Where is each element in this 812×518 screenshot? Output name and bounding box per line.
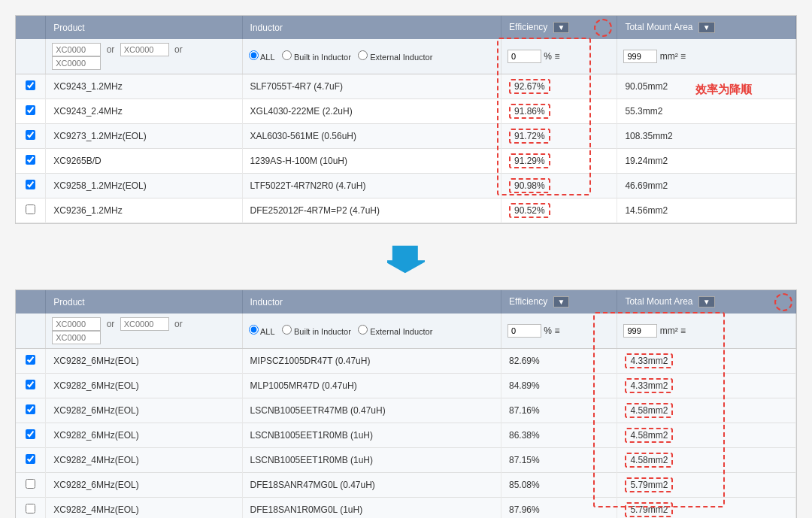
radio-builtin-label-1[interactable]: Built in Inductor	[282, 53, 351, 62]
filter-checkbox-col-2	[16, 314, 46, 349]
th-product-2: Product	[46, 290, 242, 314]
filter-efficiency-input-2[interactable]	[508, 324, 541, 338]
row-checkbox-cell[interactable]	[16, 498, 46, 519]
radio-all-label-1[interactable]: ALL	[249, 53, 275, 62]
radio-all-label-2[interactable]: ALL	[249, 327, 275, 336]
row-checkbox[interactable]	[26, 130, 35, 140]
row-product-cell: XC9243_2.4MHz	[46, 99, 242, 124]
table-2: Product Inductor Efficiency ▼ Total Moun…	[16, 290, 796, 518]
row-product-cell: XC9273_1.2MHz(EOL)	[46, 124, 242, 149]
th-checkbox-2	[16, 290, 46, 314]
efficiency-filter-icon-1[interactable]: ≡	[554, 51, 559, 62]
mount-filter-icon-1[interactable]: ≡	[680, 51, 686, 62]
row-checkbox[interactable]	[26, 180, 35, 189]
filter-mount-input-1[interactable]	[623, 50, 657, 63]
mount-value: 4.58mm2	[625, 428, 673, 443]
row-checkbox[interactable]	[26, 204, 35, 214]
mount-value: 4.58mm2	[625, 453, 673, 468]
row-efficiency-cell: 92.67%	[501, 74, 617, 99]
row-checkbox-cell[interactable]	[16, 149, 46, 174]
table-row: XC9273_1.2MHz(EOL) XAL6030-561ME (0.56uH…	[16, 124, 796, 149]
table-1: Product Inductor Efficiency ▼ Total	[16, 16, 796, 223]
row-inductor-cell: DFE18SAN1R0MG0L (1uH)	[242, 498, 501, 519]
row-efficiency-cell: 91.72%	[501, 124, 617, 149]
radio-builtin-label-2[interactable]: Built in Inductor	[282, 327, 351, 336]
row-checkbox[interactable]	[26, 404, 35, 414]
row-checkbox-cell[interactable]	[16, 398, 46, 423]
table-row: XC9282_6MHz(EOL) LSCNB1005EETR47MB (0.47…	[16, 398, 796, 423]
row-mount-cell: 4.58mm2	[617, 398, 796, 423]
row-product-cell: XC9282_6MHz(EOL)	[46, 374, 242, 398]
row-checkbox[interactable]	[26, 380, 35, 389]
table-row: XC9236_1.2MHz DFE252012F-4R7M=P2 (4.7uH)…	[16, 198, 796, 223]
row-checkbox-cell[interactable]	[16, 349, 46, 374]
row-efficiency-cell: 82.69%	[501, 349, 617, 374]
radio-builtin-2[interactable]	[282, 325, 292, 335]
row-checkbox-cell[interactable]	[16, 174, 46, 198]
filter-product-input-2c[interactable]	[52, 331, 101, 344]
filter-efficiency-col-2: % ≡	[501, 314, 617, 349]
row-product-cell: XC9282_6MHz(EOL)	[46, 423, 242, 448]
efficiency-unit-2: %	[544, 326, 554, 336]
th-inductor-1-label: Inductor	[250, 23, 283, 33]
or-label-2b: or	[174, 319, 183, 329]
filter-product-input-2b[interactable]	[120, 317, 169, 331]
mount-value: 4.33mm2	[625, 378, 673, 393]
efficiency-value: 92.67%	[509, 79, 550, 94]
efficiency-sort-icon-1[interactable]: ▼	[553, 22, 570, 33]
row-checkbox[interactable]	[26, 429, 35, 439]
table-row: XC9282_6MHz(EOL) DFE18SANR47MG0L (0.47uH…	[16, 473, 796, 498]
mount-sort-icon-1[interactable]: ▼	[698, 22, 715, 33]
filter-efficiency-input-1[interactable]	[508, 50, 541, 63]
row-checkbox[interactable]	[26, 105, 35, 115]
row-checkbox-cell[interactable]	[16, 473, 46, 498]
row-inductor-cell: DFE18SANR47MG0L (0.47uH)	[242, 473, 501, 498]
row-mount-cell: 46.69mm2	[617, 174, 796, 198]
row-checkbox-cell[interactable]	[16, 374, 46, 398]
efficiency-value: 90.98%	[509, 178, 550, 193]
filter-product-input-1c[interactable]	[52, 56, 101, 70]
mount-sort-icon-2[interactable]: ▼	[698, 296, 715, 307]
table1-header-row: Product Inductor Efficiency ▼ Total	[16, 16, 796, 39]
filter-product-input-1a[interactable]	[52, 43, 101, 56]
radio-external-2[interactable]	[358, 325, 368, 335]
row-mount-cell: 55.3mm2	[617, 99, 796, 124]
row-checkbox[interactable]	[26, 504, 35, 513]
row-checkbox[interactable]	[26, 355, 35, 365]
filter-product-col-1: or or	[46, 39, 242, 74]
filter-mount-input-2[interactable]	[623, 324, 657, 338]
mount-filter-icon-2[interactable]: ≡	[680, 326, 686, 336]
row-checkbox-cell[interactable]	[16, 423, 46, 448]
row-checkbox-cell[interactable]	[16, 448, 46, 473]
or-label-2a: or	[107, 319, 115, 329]
row-checkbox[interactable]	[26, 80, 35, 90]
row-checkbox-cell[interactable]	[16, 74, 46, 99]
row-inductor-cell: DFE252012F-4R7M=P2 (4.7uH)	[242, 198, 501, 223]
efficiency-filter-icon-2[interactable]: ≡	[554, 326, 559, 336]
row-checkbox[interactable]	[26, 479, 35, 489]
row-checkbox-cell[interactable]	[16, 124, 46, 149]
filter-checkbox-col-1	[16, 39, 46, 74]
filter-product-input-2a[interactable]	[52, 317, 101, 331]
row-checkbox[interactable]	[26, 155, 35, 165]
table-row: XC9282_4MHz(EOL) DFE18SAN1R0MG0L (1uH) 8…	[16, 498, 796, 519]
efficiency-value: 91.29%	[509, 153, 550, 168]
efficiency-value: 91.86%	[509, 104, 550, 119]
table-row: XC9265B/D 1239AS-H-100M (10uH) 91.29% 19…	[16, 149, 796, 174]
row-checkbox[interactable]	[26, 454, 35, 464]
row-efficiency-cell: 87.15%	[501, 448, 617, 473]
filter-product-input-1b[interactable]	[120, 43, 169, 56]
radio-external-1[interactable]	[358, 50, 368, 60]
radio-all-2[interactable]	[249, 325, 259, 335]
radio-all-1[interactable]	[249, 50, 259, 60]
th-efficiency-2-label: Efficiency	[509, 296, 547, 307]
efficiency-sort-icon-2[interactable]: ▼	[553, 296, 570, 307]
radio-builtin-1[interactable]	[282, 50, 292, 60]
row-checkbox-cell[interactable]	[16, 99, 46, 124]
arrow-container	[15, 232, 797, 289]
radio-external-label-2[interactable]: External Inductor	[358, 327, 432, 336]
row-checkbox-cell[interactable]	[16, 198, 46, 223]
radio-external-label-1[interactable]: External Inductor	[358, 53, 432, 62]
table-row: XC9282_6MHz(EOL) MLP1005MR47D (0.47uH) 8…	[16, 374, 796, 398]
mount-value: 5.79mm2	[625, 502, 673, 517]
